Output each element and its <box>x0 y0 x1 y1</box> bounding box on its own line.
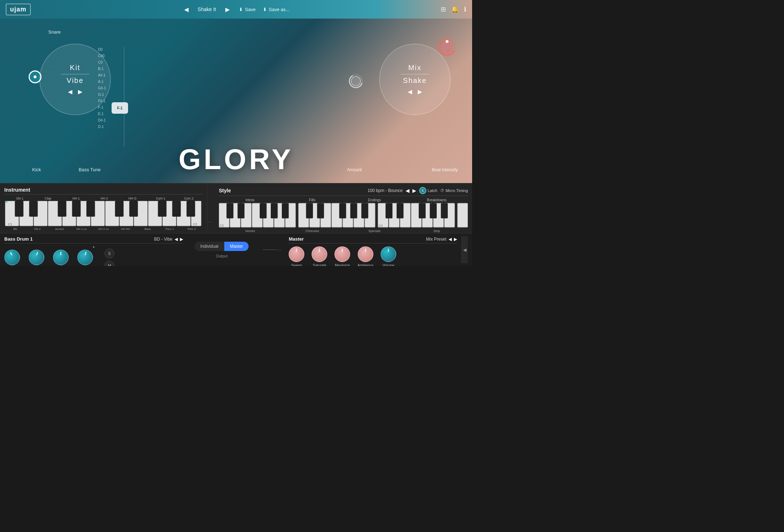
sweep-knob-indicator <box>296 248 297 252</box>
latch-icon: 6 <box>419 187 426 194</box>
svg-rect-66 <box>397 203 403 218</box>
track-label-cym1: Cym 1 <box>147 197 175 200</box>
svg-text:C4: C4 <box>379 224 383 227</box>
bass-tune-label: Bass Tune <box>79 167 101 172</box>
solo-button[interactable]: S <box>104 248 114 258</box>
track-labels-top: SN 1 Clap HH 1 HH 2 HH O Cym 1 Cym 2 <box>4 197 203 200</box>
track-label-perc2: Perc 2 <box>181 227 203 231</box>
svg-rect-43 <box>260 203 266 218</box>
style-next-button[interactable]: ▶ <box>412 188 416 193</box>
mix-circle: Mix Shake ◀ ▶ <box>379 44 451 115</box>
style-cat-verses: Verses <box>219 229 281 233</box>
ambience-knob[interactable] <box>358 246 373 262</box>
master-volume-knob[interactable] <box>381 246 396 262</box>
bass-drum-next-button[interactable]: ▶ <box>180 237 183 242</box>
decay-knob[interactable] <box>29 250 44 265</box>
bass-drum-knobs: Volume Decay Pitch <box>4 248 183 266</box>
svg-rect-27 <box>115 201 124 217</box>
svg-rect-26 <box>87 201 95 217</box>
style-cat-specials: Specials <box>343 229 406 233</box>
volume-knob-item: Volume <box>4 250 20 266</box>
svg-rect-29 <box>158 201 167 217</box>
style-divider <box>219 196 468 196</box>
pitch-knob-indicator <box>60 252 62 255</box>
pitch-note-list: D0 C#0 C0 B-1 A#-1 A-1 G#-1 G-1 F#-1 F-1… <box>97 47 125 129</box>
instrument-piano-svg[interactable]: C1 C2 <box>4 201 203 227</box>
kit-next-button[interactable]: ▶ <box>78 88 82 95</box>
track-label-hh1lo: HH 1 Lo <box>70 227 93 231</box>
svg-rect-42 <box>237 203 244 218</box>
maximize-knob[interactable] <box>334 246 350 262</box>
svg-rect-67 <box>419 203 426 218</box>
track-label-bd: BD <box>4 227 26 231</box>
style-cat-breakdowns: Breakdowns <box>406 198 468 202</box>
bass-drum-title: Bass Drum 1 <box>4 236 33 242</box>
master-button[interactable]: Master <box>224 242 249 251</box>
svg-text:C2: C2 <box>193 222 197 226</box>
save-as-action[interactable]: ⬇ Save as... <box>263 7 290 12</box>
bass-master-row: Bass Drum 1 BD - Vibe ◀ ▶ Volume <box>0 233 472 266</box>
right-panel: Mix Shake ◀ ▶ Amount Beat Intensity <box>340 29 461 172</box>
left-panel: Snare Kit Vibe ◀ ▶ F-1 <box>11 29 125 172</box>
grid-icon-button[interactable]: ⊞ <box>441 5 446 13</box>
next-preset-button[interactable]: ▶ <box>223 5 232 14</box>
pitch-note-a-1: A-1 <box>97 79 120 84</box>
svg-point-2 <box>441 41 453 53</box>
micro-timing-icon: ⏱ <box>440 188 444 193</box>
saturate-knob-item: Saturate <box>312 246 327 266</box>
decay-knob-item: Decay <box>29 250 44 266</box>
svg-rect-55 <box>339 203 346 218</box>
track-label-sn2: SN 2 <box>26 227 49 231</box>
volume-knob[interactable] <box>4 250 20 265</box>
notification-icon-button[interactable]: 🔔 <box>451 5 459 13</box>
bass-drum-prev-button[interactable]: ◀ <box>175 237 178 242</box>
pitch-knob[interactable] <box>53 250 69 265</box>
sweep-knob[interactable] <box>289 246 304 262</box>
style-cat-intros: Intros <box>219 198 281 202</box>
amount-arc <box>347 72 365 90</box>
instrument-style-row: Instrument SN 1 Clap HH 1 HH 2 HH O Cym … <box>0 183 472 233</box>
style-panel: Style 100 bpm - Bounce ◀ ▶ 6 Latch ⏱ Mic… <box>215 183 472 233</box>
mix-nav: ◀ ▶ <box>408 88 422 95</box>
master-prev-button[interactable]: ◀ <box>449 237 452 242</box>
micro-timing-button[interactable]: ⏱ Micro Timing <box>440 188 468 193</box>
pitch-slider-handle[interactable]: F-1 <box>112 102 128 114</box>
filter-knob[interactable] <box>77 250 93 265</box>
svg-rect-44 <box>271 203 278 218</box>
style-title: Style <box>219 188 231 193</box>
info-icon-button[interactable]: ℹ <box>464 5 466 13</box>
track-label-perc1: Perc 1 <box>159 227 181 231</box>
style-controls: 100 bpm - Bounce ◀ ▶ 6 Latch ⏱ Micro Tim… <box>368 187 468 194</box>
sm-buttons: S M <box>104 248 114 266</box>
main-area: Snare Kit Vibe ◀ ▶ F-1 <box>0 19 472 183</box>
header-right: ⊞ 🔔 ℹ <box>441 5 466 13</box>
individual-button[interactable]: Individual <box>195 242 224 251</box>
svg-rect-65 <box>386 203 392 218</box>
pitch-notes-panel: F-1 D0 C#0 C0 B-1 A#-1 A-1 G#-1 G-1 F#-1… <box>97 47 125 147</box>
style-prev-button[interactable]: ◀ <box>406 188 410 193</box>
svg-rect-57 <box>361 203 368 218</box>
svg-point-3 <box>446 40 449 43</box>
svg-rect-69 <box>441 203 448 218</box>
logo: ujam <box>6 4 31 15</box>
save-action[interactable]: ⬇ Save <box>239 7 256 12</box>
svg-rect-56 <box>350 203 357 218</box>
kit-prev-button[interactable]: ◀ <box>68 88 72 95</box>
style-cat-endings: Endings <box>343 198 406 202</box>
mute-button[interactable]: M <box>104 261 114 266</box>
mix-prev-button[interactable]: ◀ <box>408 88 412 95</box>
vibe-label: Vibe <box>67 77 84 85</box>
style-piano-svg[interactable]: C3 C4 <box>219 203 468 228</box>
maximize-knob-label: Maximize <box>335 263 350 266</box>
master-next-button[interactable]: ▶ <box>454 237 457 242</box>
svg-rect-30 <box>172 201 181 217</box>
instrument-keyboard: C1 C2 <box>4 201 203 227</box>
latch-button[interactable]: 6 Latch <box>419 187 437 194</box>
prev-preset-button[interactable]: ◀ <box>182 5 191 14</box>
side-expand-button[interactable]: ◀ <box>461 236 468 263</box>
bass-drum-preset-name: BD - Vibe <box>154 237 172 242</box>
saturate-knob[interactable] <box>312 246 327 262</box>
svg-rect-70 <box>457 203 468 227</box>
mix-next-button[interactable]: ▶ <box>418 88 422 95</box>
svg-rect-68 <box>430 203 437 218</box>
